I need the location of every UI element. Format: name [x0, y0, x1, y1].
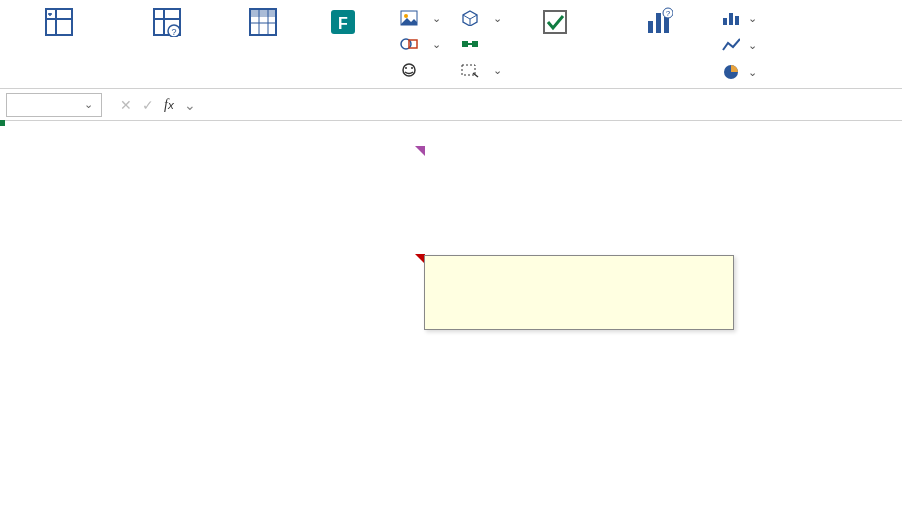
forms-icon: F [327, 6, 359, 38]
svg-rect-23 [472, 41, 478, 47]
ribbon: ? F [0, 0, 902, 89]
icons-icon [400, 61, 418, 79]
models3d-icon [461, 9, 479, 27]
icons-button[interactable] [400, 58, 441, 82]
svg-rect-22 [462, 41, 468, 47]
ribbon-group-controls [520, 6, 590, 46]
svg-rect-32 [729, 13, 733, 25]
shapes-button[interactable] [400, 32, 441, 56]
screenshot-icon [461, 61, 479, 79]
svg-point-20 [405, 67, 407, 69]
screenshot-button[interactable] [461, 58, 502, 82]
svg-rect-25 [544, 11, 566, 33]
images-button[interactable] [400, 6, 441, 30]
svg-rect-31 [723, 18, 727, 25]
recommended-charts-button[interactable]: ? [608, 6, 708, 84]
svg-point-19 [403, 64, 415, 76]
shapes-icon [400, 35, 418, 53]
chevron-down-icon: ⌄ [84, 98, 93, 111]
bar-chart-icon [722, 9, 740, 27]
images-icon [400, 9, 418, 27]
formula-bar: ⌄ ✕ ✓ fx ⌄ [0, 89, 902, 121]
chart-type-3[interactable] [722, 60, 757, 84]
name-box[interactable]: ⌄ [6, 93, 102, 117]
formula-input[interactable] [202, 93, 896, 117]
svg-rect-27 [656, 13, 661, 33]
formula-buttons: ✕ ✓ fx ⌄ [114, 97, 202, 113]
recommended-pivot-icon: ? [151, 6, 183, 38]
ribbon-group-charts: ? [608, 6, 757, 84]
recommended-charts-icon: ? [642, 6, 674, 38]
svg-point-21 [411, 67, 413, 69]
pivot-table-icon [43, 6, 75, 38]
smartart-button[interactable] [461, 32, 502, 56]
chevron-down-icon[interactable]: ⌄ [184, 97, 196, 113]
cancel-icon[interactable]: ✕ [120, 97, 132, 113]
chart-type-2[interactable] [722, 33, 757, 57]
checkbox-icon [539, 6, 571, 38]
svg-rect-26 [648, 21, 653, 33]
svg-text:?: ? [171, 27, 176, 37]
line-chart-icon [722, 36, 740, 54]
svg-rect-28 [664, 17, 669, 33]
enter-icon[interactable]: ✓ [142, 97, 154, 113]
svg-text:F: F [338, 15, 348, 32]
ribbon-group-illustrations [400, 6, 502, 86]
comment-indicator-purple[interactable] [415, 146, 425, 156]
models3d-button[interactable] [461, 6, 502, 30]
svg-rect-9 [250, 9, 276, 17]
checkbox-button[interactable] [520, 6, 590, 42]
chart-type-1[interactable] [722, 6, 757, 30]
active-cell-outline [0, 121, 4, 125]
svg-text:?: ? [666, 9, 671, 18]
recommended-pivot-button[interactable]: ? [112, 6, 222, 42]
table-button[interactable] [236, 6, 290, 42]
forms-button[interactable]: F [304, 6, 382, 42]
svg-rect-33 [735, 16, 739, 25]
cell-note-tooltip [424, 255, 734, 330]
svg-rect-0 [46, 9, 72, 35]
svg-point-16 [404, 14, 408, 18]
pivot-table-button[interactable] [20, 6, 98, 42]
ribbon-group-tables: ? F [20, 6, 382, 46]
pie-chart-icon [722, 63, 740, 81]
smartart-icon [461, 35, 479, 53]
table-icon [247, 6, 279, 38]
fx-icon[interactable]: fx [164, 97, 174, 113]
